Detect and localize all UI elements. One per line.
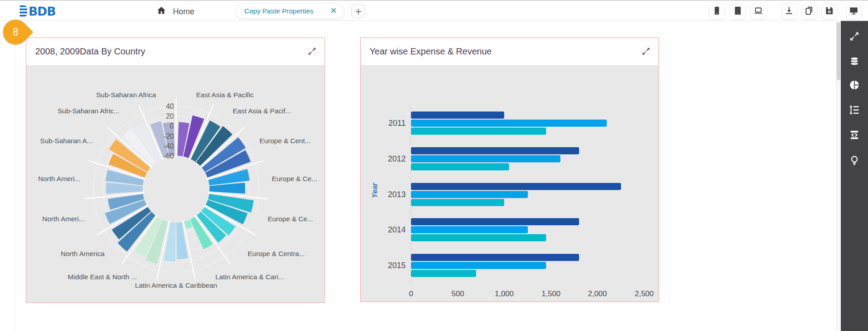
mobile-preview-icon — [712, 5, 722, 18]
bar-x-tick: 2,000 — [579, 290, 616, 298]
rose-category-label: Sub-Saharan Africa — [96, 91, 156, 99]
rose-category-label: North Ameri... — [42, 215, 85, 223]
rose-grid-circle — [143, 156, 210, 223]
bar-segment[interactable] — [411, 183, 621, 190]
bar-segment[interactable] — [411, 270, 476, 277]
bar-segment[interactable] — [411, 218, 579, 225]
bar-segment[interactable] — [411, 191, 528, 198]
rose-radial-tick: -20 — [164, 132, 174, 140]
bar-segment[interactable] — [411, 155, 560, 162]
bar-year-label: 2012 — [378, 154, 406, 164]
bar-axis-tick — [407, 248, 411, 248]
bar-segment[interactable] — [411, 147, 579, 154]
bar-segment[interactable] — [411, 163, 509, 170]
bdb-logo[interactable]: BDB — [20, 4, 56, 18]
bar-x-tick: 500 — [439, 290, 477, 298]
bar-year-label: 2013 — [378, 190, 406, 199]
lightbulb-icon — [848, 154, 860, 168]
bar-panel-header: Year wise Expense & Revenue — [361, 38, 658, 65]
annotation-badge-number: 8 — [3, 20, 28, 45]
rose-category-label: Europe & Centra... — [248, 250, 305, 257]
rose-category-label: Sub-Saharan A... — [40, 137, 93, 145]
rose-expand-button[interactable] — [305, 44, 319, 58]
bar-chart-area: 2011201220132014201505001,0001,5002,0002… — [361, 65, 658, 302]
expand-button[interactable] — [847, 30, 861, 44]
bar-axis-tick — [407, 177, 411, 177]
bar-x-tick: 0 — [392, 290, 430, 298]
bar-x-tick: 1,000 — [485, 290, 523, 298]
home-nav[interactable]: Home — [156, 5, 194, 18]
bar-panel-title: Year wise Expense & Revenue — [370, 38, 492, 65]
bar-axis-tick — [407, 212, 411, 212]
bdb-logo-icon — [20, 5, 27, 17]
bar-x-tick: 1,500 — [532, 290, 570, 298]
tablet-preview-button[interactable] — [730, 4, 746, 20]
pie-chart-icon — [848, 79, 860, 93]
vertical-scrollbar-thumb[interactable] — [837, 22, 840, 80]
rose-radial-tick: -60 — [164, 152, 174, 160]
rose-category-label: Latin America & Caribbean — [135, 281, 217, 289]
rose-panel-header: 2008, 2009Data By Country — [26, 38, 325, 65]
tablet-preview-icon — [732, 5, 743, 18]
rose-chart[interactable]: 40200-20-40-60East Asia & PacificEast As… — [26, 65, 325, 302]
left-rail-divider — [15, 21, 15, 331]
bar-y-axis-title: Year — [371, 168, 379, 213]
bar-chart-panel: Year wise Expense & Revenue 201120122013… — [360, 37, 659, 302]
bar-axis-tick — [407, 105, 411, 106]
bar-segment[interactable] — [411, 199, 504, 206]
rose-panel-title: 2008, 2009Data By Country — [35, 38, 145, 65]
top-header-bar: BDB Home Copy Paste Properties — [0, 0, 868, 21]
bar-segment[interactable] — [411, 226, 528, 233]
bar-year-label: 2011 — [378, 119, 406, 128]
bar-expand-button[interactable] — [639, 44, 653, 58]
pie-chart-button[interactable] — [847, 79, 861, 93]
bar-segment[interactable] — [411, 234, 546, 241]
close-tab-button[interactable] — [329, 6, 338, 17]
rose-category-label: North Ameri... — [38, 175, 80, 182]
bar-year-label: 2014 — [378, 225, 406, 235]
mobile-preview-button[interactable] — [709, 4, 725, 20]
code-component-button[interactable] — [847, 128, 861, 143]
dashboard-tab[interactable]: Copy Paste Properties — [235, 4, 344, 19]
right-tools-sidebar — [841, 21, 868, 331]
desktop-preview-icon — [848, 5, 859, 18]
bar-axis-tick — [407, 141, 411, 141]
bar-year-label: 2015 — [378, 261, 406, 270]
rose-chart-panel: 2008, 2009Data By Country 40200-20-40-60… — [26, 37, 325, 303]
rose-radial-tick: -40 — [164, 142, 174, 150]
rose-radial-tick: 40 — [166, 103, 174, 110]
laptop-preview-icon — [753, 5, 764, 18]
lightbulb-button[interactable] — [847, 154, 861, 168]
bar-segment[interactable] — [411, 112, 504, 119]
dashboard-tab-label: Copy Paste Properties — [244, 7, 313, 15]
bar-segment[interactable] — [411, 128, 546, 135]
bar-segment[interactable] — [411, 262, 546, 269]
rose-category-label: Latin America & Cari... — [215, 273, 284, 281]
download-button[interactable] — [781, 4, 797, 20]
expand-icon — [848, 30, 860, 44]
rose-category-label: Middle East & North ... — [68, 273, 137, 281]
rose-category-label: North America — [61, 250, 105, 257]
dashboard-page: BDB Home Copy Paste Properties 8 2008, 2… — [0, 0, 868, 331]
copy-button[interactable] — [801, 4, 817, 20]
database-button[interactable] — [847, 55, 861, 69]
home-label: Home — [173, 7, 194, 17]
bar-chart[interactable]: 2011201220132014201505001,0001,5002,0002… — [361, 65, 658, 302]
bar-segment[interactable] — [411, 254, 579, 261]
line-height-icon — [848, 104, 860, 118]
rose-category-label: East Asia & Pacific — [196, 91, 254, 99]
new-tab-button[interactable] — [351, 4, 365, 18]
bar-x-tick: 2,500 — [625, 290, 658, 298]
rose-category-label: Europe & Cent... — [259, 137, 311, 145]
bar-axis-tick — [407, 283, 411, 284]
rose-radial-tick: 0 — [170, 122, 174, 130]
line-height-button[interactable] — [847, 103, 861, 118]
save-button[interactable] — [821, 4, 837, 20]
laptop-preview-button[interactable] — [750, 4, 766, 20]
home-icon — [156, 5, 167, 18]
download-icon — [784, 5, 794, 18]
bar-segment[interactable] — [411, 120, 607, 127]
desktop-preview-button[interactable] — [846, 4, 862, 20]
bdb-logo-text: BDB — [29, 4, 56, 18]
copy-icon — [804, 5, 815, 18]
